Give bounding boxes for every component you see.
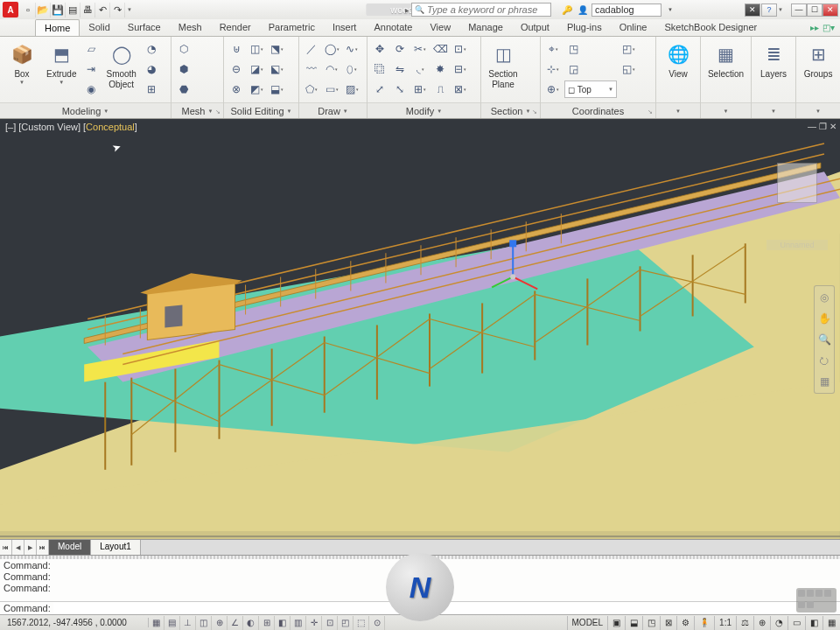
tab-mesh[interactable]: Mesh [170,19,211,36]
command-input[interactable] [53,603,836,613]
pan-icon[interactable]: ✋ [816,311,832,326]
status-toggle-6[interactable]: ◐ [243,616,259,630]
status-right-6[interactable]: 1:1 [714,616,736,630]
mesh-smooth-less-icon[interactable]: ◕ [143,60,160,78]
status-right-1[interactable]: ⬓ [625,616,642,630]
move-icon[interactable]: ✥ [371,40,388,58]
mod-a-icon[interactable]: ⊡▾ [452,40,469,58]
model-space-button[interactable]: MODEL [567,616,608,630]
layout-tab-layout1[interactable]: Layout1 [91,540,141,555]
copy-icon[interactable]: ⿻ [371,60,388,78]
coord-top-select[interactable]: ◻ Top▼ [564,80,617,98]
showmotion-icon[interactable]: ▦ [816,374,832,389]
panel-draw-title[interactable]: Draw▼ [299,102,367,118]
tab-home[interactable]: Home [35,19,80,36]
se-a-icon[interactable]: ◫▾ [248,40,265,58]
ucs-a-icon[interactable]: ⌖▾ [544,40,562,58]
open-icon[interactable]: 📂 [36,3,51,18]
status-toggle-11[interactable]: ⊡ [322,616,338,630]
layout-tab-model[interactable]: Model [49,540,91,555]
status-right-11[interactable]: ◧ [805,616,822,630]
se-c-icon[interactable]: ◩▾ [248,80,265,98]
minimize-button[interactable]: — [791,4,807,17]
intersect-icon[interactable]: ⊗ [228,80,245,98]
search-box[interactable]: 🔍 [411,3,551,17]
tab-plug-ins[interactable]: Plug-ins [558,19,611,36]
presspull-icon[interactable]: ⇥ [82,60,100,78]
ucs-e-icon[interactable]: ◲ [564,60,582,78]
new-icon[interactable]: ▫ [21,3,36,18]
status-toggle-12[interactable]: ◰ [338,616,354,630]
status-right-2[interactable]: ◳ [642,616,660,630]
tab-sketchbook-designer[interactable]: SketchBook Designer [655,19,766,36]
view-button[interactable]: 🌐View [660,38,696,81]
status-right-10[interactable]: ▭ [788,616,805,630]
se-d-icon[interactable]: ⬔▾ [268,40,285,58]
scale-icon[interactable]: ⤡ [391,80,409,98]
status-right-3[interactable]: ⊠ [660,616,676,630]
ucs-c-icon[interactable]: ⊕▾ [544,80,562,98]
user-field[interactable] [592,4,662,17]
wheel-icon[interactable]: ◎ [816,290,832,305]
tab-surface[interactable]: Surface [119,19,170,36]
trim-icon[interactable]: ✂▾ [411,40,429,58]
mesh-refine-icon[interactable]: ⊞ [143,80,160,98]
selection-button[interactable]: ▦Selection [704,38,747,81]
tab-parametric[interactable]: Parametric [260,19,324,36]
status-toggle-3[interactable]: ◫ [196,616,212,630]
key-icon[interactable]: 🔑 [560,3,574,17]
panel-groups-exp[interactable]: ▼ [796,102,840,118]
ucs-f-icon[interactable]: ◰▾ [620,40,637,58]
maximize-button[interactable]: ☐ [807,4,822,17]
status-toggle-14[interactable]: ⊙ [369,616,385,630]
arc-icon[interactable]: ◠▾ [323,60,340,78]
status-right-12[interactable]: ▦ [822,616,840,630]
status-toggle-9[interactable]: ▥ [290,616,306,630]
undo-icon[interactable]: ↶ [95,3,110,18]
circle-icon[interactable]: ◯▾ [323,40,340,58]
orbit-icon[interactable]: ⭮ [816,353,832,368]
array-icon[interactable]: ⊞▾ [411,80,429,98]
search-input[interactable] [427,4,550,16]
viewcube-label[interactable]: Unnamed [766,240,828,250]
panel-mesh-title[interactable]: Mesh▼↘ [172,102,223,118]
help-dropdown-icon[interactable]: ▼ [778,7,783,12]
section-plane-button[interactable]: ◫ Section Plane [485,38,522,92]
tab-manage[interactable]: Manage [459,19,512,36]
mesh-a-icon[interactable]: ⬡ [175,40,192,58]
status-right-5[interactable]: 🧍 [694,616,714,630]
ribbon-options-icon[interactable]: ◰▾ [822,23,835,32]
redo-icon[interactable]: ↷ [110,3,125,18]
status-toggle-7[interactable]: ⊞ [259,616,275,630]
app-logo-icon[interactable]: A [3,2,18,18]
print-icon[interactable]: 🖶 [80,3,95,18]
status-toggle-1[interactable]: ▤ [164,616,180,630]
tab-output[interactable]: Output [512,19,558,36]
help-icon[interactable]: ? [761,4,777,17]
panel-selection-exp[interactable]: ▼ [701,102,751,118]
mirror-icon[interactable]: ⇋ [391,60,409,78]
polyline-icon[interactable]: 〰 [303,60,320,78]
extrude-button[interactable]: ⬒ Extrude ▼ [43,38,80,87]
fillet-icon[interactable]: ◟▾ [411,60,429,78]
ucs-g-icon[interactable]: ◱▾ [620,60,637,78]
rotate-icon[interactable]: ⟳ [391,40,409,58]
expand-icon[interactable]: ▸▸ [810,23,819,32]
status-toggle-2[interactable]: ⊥ [180,616,196,630]
box-button[interactable]: 📦 Box ▼ [4,38,40,87]
viewcube-face[interactable] [777,163,817,203]
status-toggle-4[interactable]: ⊕ [212,616,228,630]
tab-online[interactable]: Online [611,19,656,36]
panel-layers-exp[interactable]: ▼ [752,102,795,118]
tab-solid[interactable]: Solid [80,19,118,36]
status-right-8[interactable]: ⊕ [753,616,770,630]
tab-annotate[interactable]: Annotate [365,19,421,36]
status-toggle-10[interactable]: ✛ [306,616,322,630]
mod-b-icon[interactable]: ⊟▾ [452,60,469,78]
status-right-7[interactable]: ⚖ [736,616,753,630]
mod-c-icon[interactable]: ⊠▾ [452,80,469,98]
coordinates-readout[interactable]: 1567.2012, -947.4956 , 0.0000 [0,618,149,627]
subtract-icon[interactable]: ⊖ [228,60,245,78]
layout-nav-1[interactable]: ◀ [12,540,24,555]
status-toggle-5[interactable]: ∠ [228,616,243,630]
